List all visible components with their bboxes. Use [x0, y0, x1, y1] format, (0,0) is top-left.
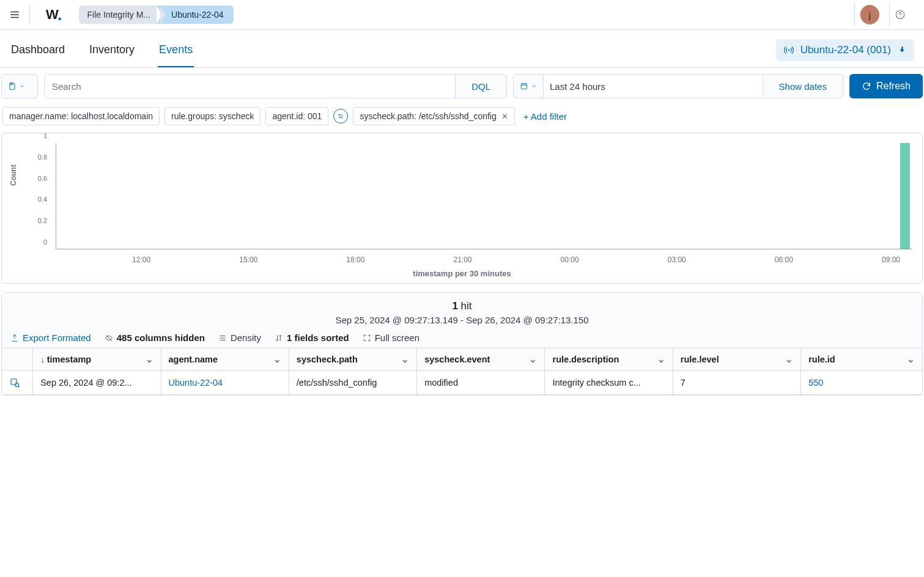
page-header: Dashboard Inventory Events Ubuntu-22-04 …: [0, 30, 924, 68]
divider: [854, 2, 855, 27]
hidden-columns-label: 485 columns hidden: [117, 333, 205, 343]
inspect-icon: [9, 377, 20, 388]
results-toolbar: Export Formated 485 columns hidden Densi…: [2, 328, 922, 348]
filter-chip-removable[interactable]: syscheck.path: /etc/ssh/sshd_config ✕: [353, 107, 514, 125]
fullscreen-button[interactable]: Full screen: [363, 333, 419, 343]
cell-rule-id[interactable]: 550: [801, 371, 922, 395]
refresh-label: Refresh: [876, 81, 911, 92]
search-box: DQL: [44, 74, 507, 98]
cell-syscheck-event: modified: [417, 371, 545, 395]
help-button[interactable]: [895, 9, 917, 20]
broadcast-icon: [783, 45, 794, 56]
cell-rule-level: 7: [673, 371, 800, 395]
table-row[interactable]: Sep 26, 2024 @ 09:2... Ubuntu-22-04 /etc…: [2, 371, 922, 395]
saved-query-menu[interactable]: [1, 74, 38, 98]
agent-badge-label: Ubuntu-22-04 (001): [800, 44, 891, 56]
export-label: Export Formated: [23, 333, 91, 343]
tab-inventory[interactable]: Inventory: [88, 43, 136, 67]
svg-point-7: [15, 383, 19, 387]
calendar-icon: [520, 82, 528, 90]
cell-syscheck-path: /etc/ssh/sshd_config: [289, 371, 416, 395]
show-dates-label: Show dates: [769, 81, 837, 92]
histogram-panel: Count 0 0.2 0.4 0.6 0.8 1 12:00 15:00 18…: [1, 133, 923, 284]
remove-filter-button[interactable]: ✕: [501, 112, 508, 121]
cell-rule-description: Integrity checksum c...: [545, 371, 673, 395]
time-range-text: Last 24 hours: [550, 81, 605, 92]
sort-button[interactable]: 1 fields sorted: [275, 333, 349, 343]
breadcrumb-module[interactable]: File Integrity M...: [79, 6, 160, 24]
pin-icon: [897, 45, 907, 55]
show-dates-button[interactable]: Show dates: [763, 75, 843, 98]
column-header-rule-level[interactable]: rule.level⌄: [673, 348, 800, 371]
filter-chip-label: syscheck.path: /etc/ssh/sshd_config: [360, 111, 496, 121]
expand-row-button[interactable]: [2, 371, 33, 395]
filter-chip[interactable]: rule.groups: syscheck: [164, 107, 261, 125]
user-avatar[interactable]: j: [860, 5, 879, 24]
results-header: 1 hit Sep 25, 2024 @ 09:27:13.149 - Sep …: [2, 293, 922, 328]
search-toolbar: DQL Last 24 hours Show dates Refresh: [0, 68, 924, 105]
add-filter-button[interactable]: + Add filter: [520, 111, 567, 122]
hits-count: 1 hit: [2, 300, 922, 312]
table-header-row: ↓timestamp⌄ agent.name⌄ syscheck.path⌄ s…: [2, 348, 922, 371]
svg-point-1: [788, 50, 789, 51]
column-header-rule-description[interactable]: rule.description⌄: [545, 348, 673, 371]
sort-icon: [275, 334, 283, 342]
svg-rect-2: [11, 83, 13, 85]
dql-toggle[interactable]: DQL: [456, 75, 506, 98]
events-table: ↓timestamp⌄ agent.name⌄ syscheck.path⌄ s…: [2, 348, 922, 395]
cell-agent-name[interactable]: Ubuntu-22-04: [161, 371, 289, 395]
date-quick-menu[interactable]: [514, 75, 544, 98]
divider: [29, 6, 30, 24]
refresh-button[interactable]: Refresh: [849, 74, 923, 98]
column-header-timestamp[interactable]: ↓timestamp⌄: [33, 348, 161, 371]
svg-point-4: [339, 114, 341, 116]
density-icon: [218, 334, 227, 342]
hamburger-icon: [9, 9, 20, 20]
density-label: Density: [231, 333, 261, 343]
save-icon: [8, 82, 17, 90]
agent-badge[interactable]: Ubuntu-22-04 (001): [776, 39, 914, 61]
breadcrumbs: File Integrity M... Ubuntu-22-04: [79, 6, 234, 24]
svg-point-5: [341, 117, 342, 118]
hidden-columns-button[interactable]: 485 columns hidden: [105, 333, 205, 343]
filter-bar: manager.name: localhost.localdomain rule…: [0, 105, 924, 133]
expand-column-header: [2, 348, 33, 371]
eye-off-icon: [105, 334, 113, 342]
column-header-syscheck-event[interactable]: syscheck.event⌄: [417, 348, 545, 371]
breadcrumb-agent[interactable]: Ubuntu-22-04: [157, 6, 234, 24]
fullscreen-label: Full screen: [375, 333, 419, 343]
tab-dashboard[interactable]: Dashboard: [10, 43, 66, 67]
column-header-syscheck-path[interactable]: syscheck.path⌄: [289, 348, 416, 371]
filter-settings-button[interactable]: [333, 109, 348, 123]
density-button[interactable]: Density: [218, 333, 261, 343]
x-axis-ticks: 12:00 15:00 18:00 21:00 00:00 03:00 06:0…: [56, 253, 912, 265]
column-header-rule-id[interactable]: rule.id⌄: [801, 348, 922, 371]
pin-button[interactable]: [897, 45, 907, 55]
histogram-bar[interactable]: [900, 143, 910, 249]
help-icon: [895, 9, 906, 20]
app-logo[interactable]: W.: [35, 7, 73, 23]
time-range-picker: Last 24 hours Show dates: [513, 74, 843, 98]
results-panel: 1 hit Sep 25, 2024 @ 09:27:13.149 - Sep …: [1, 292, 923, 395]
filter-chip[interactable]: manager.name: localhost.localdomain: [2, 107, 160, 125]
y-axis-label: Count: [9, 164, 18, 186]
search-input[interactable]: [51, 75, 449, 98]
dql-label: DQL: [462, 81, 500, 92]
column-header-agent-name[interactable]: agent.name⌄: [161, 348, 289, 371]
x-axis-label: timestamp per 30 minutes: [7, 269, 917, 278]
tab-events[interactable]: Events: [158, 43, 194, 67]
filter-chip[interactable]: agent.id: 001: [265, 107, 328, 125]
svg-rect-3: [521, 84, 527, 89]
results-time-range: Sep 25, 2024 @ 09:27:13.149 - Sep 26, 20…: [2, 315, 922, 325]
time-range-display[interactable]: Last 24 hours: [544, 75, 763, 98]
y-axis-ticks: 0 0.2 0.4 0.6 0.8 1: [29, 143, 53, 249]
export-icon: [10, 334, 19, 342]
refresh-icon: [862, 81, 871, 91]
chart-plot-area[interactable]: [56, 143, 912, 249]
chevron-down-icon: [19, 83, 25, 89]
menu-toggle-button[interactable]: [0, 0, 29, 29]
search-input-wrapper: [45, 75, 456, 98]
sort-label: 1 fields sorted: [287, 333, 349, 343]
export-button[interactable]: Export Formated: [10, 333, 91, 343]
top-bar: W. File Integrity M... Ubuntu-22-04 j: [0, 0, 924, 30]
